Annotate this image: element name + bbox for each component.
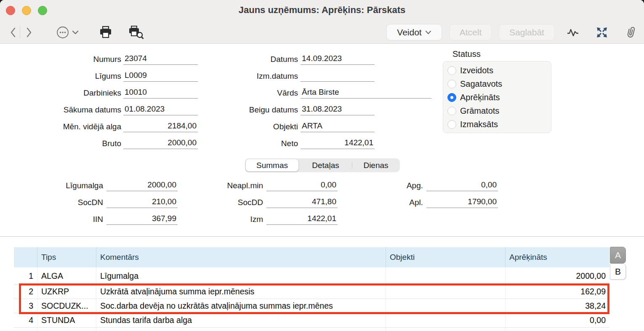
apg-field[interactable]: 0,00 [426,180,498,191]
section-separator [0,236,644,237]
darbinieks-field[interactable]: 10010 [123,88,198,99]
status-option-izveidots[interactable]: Izveidots [447,65,493,75]
cell-objekti[interactable] [386,313,505,327]
back-button[interactable] [8,24,19,40]
radio-izveidots[interactable] [447,66,456,75]
neapl-min-field[interactable]: 0,00 [266,180,338,191]
status-option-gramatots[interactable]: Grāmatots [447,106,499,116]
activity-button[interactable] [566,24,580,40]
field-label-sakuma-datums: Sākuma datums [24,105,121,115]
row-number: 2 [14,285,37,299]
neto-field[interactable]: 1422,01 [301,138,375,149]
header-komentars: Komentārs [96,247,386,267]
socdd-field[interactable]: 471,80 [266,197,338,208]
apl-field[interactable]: 1790,00 [426,197,498,208]
ligums-field[interactable]: L0009 [123,71,198,82]
radio-gramatots[interactable] [447,107,456,115]
cell-objekti[interactable] [386,299,505,313]
create-button[interactable]: Veidot [386,24,442,40]
cell-aprekinats[interactable] [505,328,609,331]
header-objekti: Objekti [386,247,505,267]
table-row-highlighted[interactable]: 2 UZKRP Uzkrātā atvaļinājuma summa iepr.… [14,285,609,299]
record-menu-button[interactable] [56,24,82,40]
table-row-partial[interactable] [14,328,609,331]
field-label-apl: Apl. [360,198,423,208]
iin-field[interactable]: 367,99 [106,214,178,225]
table-row[interactable]: 4 STUNDA Stundas tarifa darba alga 0,00 [14,313,609,328]
field-label-apg: Apg. [360,181,423,191]
cell-tips[interactable]: SOCDUZK... [37,299,96,313]
bruto-field[interactable]: 2000,00 [123,138,198,149]
field-label-datums: Datums [200,55,298,65]
expand-button[interactable] [595,24,609,40]
print-preview-button[interactable] [127,24,145,40]
print-button[interactable] [98,24,113,40]
radio-aprekinats-selected[interactable] [447,93,456,102]
cell-tips[interactable] [37,328,96,331]
field-label-numurs: Numurs [24,55,121,65]
izm-datums-field[interactable] [301,71,375,82]
sakuma-datums-field[interactable]: 01.08.2023 [123,104,198,115]
radio-label: Izveidots [460,66,493,75]
cell-tips[interactable]: ALGA [37,267,96,284]
attachments-button[interactable] [624,24,637,40]
ligumalga-field[interactable]: 2000,00 [106,180,178,191]
table-row-highlighted[interactable]: 3 SOCDUZK... Soc.darba devēja no uzkrātā… [14,299,609,313]
beigu-datums-field[interactable]: 31.08.2023 [301,104,375,115]
cell-tips[interactable]: UZKRP [37,285,96,299]
status-option-izmaksats[interactable]: Izmaksāts [447,119,498,129]
save-button[interactable]: Saglabāt [499,24,555,40]
header-tips: Tips [37,247,96,267]
field-label-ligumalga: Līgumalga [40,181,103,191]
cell-komentars[interactable]: Stundas tarifa darba alga [96,313,386,327]
cell-objekti[interactable] [386,328,505,331]
flip-tab-a[interactable]: A [610,247,626,264]
cell-aprekinats[interactable]: 2000,00 [505,267,609,284]
vards-field[interactable]: Ārta Birste [301,88,431,99]
men-videja-alga-field[interactable]: 2184,00 [123,121,198,132]
back-chevron-icon [10,27,16,38]
field-label-objekti: Objekti [200,122,298,132]
field-label-neapl-min: Neapl.min [200,181,263,191]
paperclip-icon [625,26,636,39]
table-row[interactable]: 1 ALGA Līgumalga 2000,00 [14,267,609,285]
cell-komentars[interactable] [96,328,386,331]
objekti-field[interactable]: ARTA [301,121,375,132]
numurs-field[interactable]: 23074 [123,54,198,65]
toolbar-divider [20,26,20,38]
cancel-button[interactable]: Atcelt [450,24,492,40]
tab-summas[interactable]: Summas [246,159,298,171]
cell-objekti[interactable] [386,285,505,299]
radio-izmaksats[interactable] [447,120,456,129]
cell-aprekinats[interactable]: 162,09 [505,285,609,299]
forward-button[interactable] [24,24,35,40]
status-option-aprekinats[interactable]: Aprēķināts [447,92,500,102]
print-preview-icon [128,25,144,40]
flip-tab-b[interactable]: B [610,264,626,280]
status-group-label: Statuss [452,49,481,59]
titlebar: Jauns uzņēmums: Aprēķins: Pārskats [0,0,644,44]
record-menu-ellipsis-icon [56,26,81,39]
field-label-izm-datums: Izm.datums [200,72,298,82]
radio-label: Sagatavots [460,79,502,89]
socdn-field[interactable]: 210,00 [106,197,178,208]
radio-sagatavots[interactable] [447,80,456,88]
status-option-sagatavots[interactable]: Sagatavots [447,79,502,89]
cell-objekti[interactable] [386,267,505,284]
radio-label: Izmaksāts [460,120,498,129]
cell-tips[interactable]: STUNDA [37,313,96,327]
cell-komentars[interactable]: Uzkrātā atvaļinājuma summa iepr.mēnesis [96,285,386,299]
tab-detalas[interactable]: Detaļas [299,159,352,171]
create-button-label: Veidot [397,27,421,37]
cell-aprekinats[interactable]: 38,24 [505,299,609,313]
tab-dienas[interactable]: Dienas [352,159,399,171]
datums-field[interactable]: 14.09.2023 [301,54,375,65]
app-window: Jauns uzņēmums: Aprēķins: Pārskats [0,0,644,331]
cell-komentars[interactable]: Līgumalga [96,267,386,284]
cell-aprekinats[interactable]: 0,00 [505,313,609,327]
izm-field[interactable]: 1422,01 [266,214,338,225]
field-label-vards: Vārds [200,88,298,99]
cell-komentars[interactable]: Soc.darba devēja no uzkrātās atvaļinājum… [96,299,386,313]
view-tabs: Summas Detaļas Dienas [245,158,400,172]
row-number: 4 [14,313,37,327]
